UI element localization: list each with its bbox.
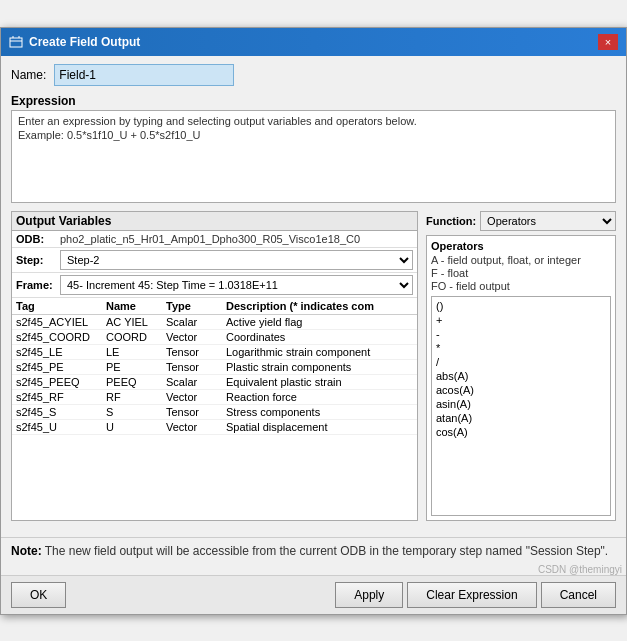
name-input[interactable]: [54, 64, 234, 86]
button-row: OK Apply Clear Expression Cancel: [1, 575, 626, 614]
cell-type: Tensor: [166, 361, 226, 373]
operator-description: A - field output, float, or integer: [431, 254, 611, 266]
close-button[interactable]: ×: [598, 34, 618, 50]
output-variables-panel: Output Variables ODB: pho2_platic_n5_Hr0…: [11, 211, 418, 521]
table-row[interactable]: s2f45_ACYIEL AC YIEL Scalar Active yield…: [12, 315, 417, 330]
frame-row: Frame: 45- Increment 45: Step Time = 1.0…: [12, 273, 417, 298]
cell-tag: s2f45_LE: [16, 346, 106, 358]
operator-item[interactable]: /: [434, 355, 608, 369]
apply-button[interactable]: Apply: [335, 582, 403, 608]
expression-section: Expression Enter an expression by typing…: [11, 94, 616, 203]
step-select[interactable]: Step-2: [60, 250, 413, 270]
table-row[interactable]: s2f45_RF RF Vector Reaction force: [12, 390, 417, 405]
output-variables-label: Output Variables: [12, 212, 417, 231]
variable-table[interactable]: s2f45_ACYIEL AC YIEL Scalar Active yield…: [12, 315, 417, 475]
cell-desc: Stress components: [226, 406, 413, 418]
operator-item[interactable]: abs(A): [434, 369, 608, 383]
operators-list[interactable]: ()+-*/abs(A)acos(A)asin(A)atan(A)cos(A): [431, 296, 611, 516]
cell-tag: s2f45_U: [16, 421, 106, 433]
operator-description: F - float: [431, 267, 611, 279]
cancel-button[interactable]: Cancel: [541, 582, 616, 608]
odb-value: pho2_platic_n5_Hr01_Amp01_Dpho300_R05_Vi…: [60, 233, 413, 245]
cell-desc: Plastic strain components: [226, 361, 413, 373]
cell-tag: s2f45_S: [16, 406, 106, 418]
note-section: Note: The new field output will be acces…: [1, 537, 626, 564]
step-row: Step: Step-2: [12, 248, 417, 273]
cell-desc: Equivalent plastic strain: [226, 376, 413, 388]
step-label: Step:: [16, 254, 56, 266]
operator-item[interactable]: (): [434, 299, 608, 313]
note-text: The new field output will be accessible …: [45, 544, 608, 558]
operator-item[interactable]: asin(A): [434, 397, 608, 411]
expression-input[interactable]: [18, 145, 609, 195]
cell-type: Scalar: [166, 316, 226, 328]
cell-name: AC YIEL: [106, 316, 166, 328]
create-field-output-dialog: Create Field Output × Name: Expression E…: [0, 27, 627, 615]
watermark: CSDN @themingyi: [1, 564, 626, 575]
cell-tag: s2f45_PE: [16, 361, 106, 373]
dialog-icon: [9, 35, 23, 49]
col-type: Type: [166, 300, 226, 312]
cell-name: U: [106, 421, 166, 433]
right-buttons: Apply Clear Expression Cancel: [335, 582, 616, 608]
title-bar: Create Field Output ×: [1, 28, 626, 56]
cell-desc: Active yield flag: [226, 316, 413, 328]
frame-label: Frame:: [16, 279, 56, 291]
expr-example: Example: 0.5*s1f10_U + 0.5*s2f10_U: [18, 129, 609, 141]
cell-type: Tensor: [166, 406, 226, 418]
cell-type: Tensor: [166, 346, 226, 358]
operator-item[interactable]: acos(A): [434, 383, 608, 397]
col-name: Name: [106, 300, 166, 312]
function-select[interactable]: OperatorsMathInvariants: [480, 211, 616, 231]
frame-select[interactable]: 45- Increment 45: Step Time = 1.0318E+11: [60, 275, 413, 295]
cell-type: Vector: [166, 391, 226, 403]
cell-desc: Reaction force: [226, 391, 413, 403]
cell-name: COORD: [106, 331, 166, 343]
operator-item[interactable]: -: [434, 327, 608, 341]
operator-item[interactable]: cos(A): [434, 425, 608, 439]
cell-tag: s2f45_PEEQ: [16, 376, 106, 388]
cell-name: RF: [106, 391, 166, 403]
cell-name: LE: [106, 346, 166, 358]
cell-name: PEEQ: [106, 376, 166, 388]
operator-item[interactable]: +: [434, 313, 608, 327]
function-label: Function:: [426, 215, 476, 227]
cell-desc: Coordinates: [226, 331, 413, 343]
left-buttons: OK: [11, 582, 66, 608]
cell-name: S: [106, 406, 166, 418]
table-header: Tag Name Type Description (* indicates c…: [12, 298, 417, 315]
function-row: Function: OperatorsMathInvariants: [426, 211, 616, 231]
cell-tag: s2f45_RF: [16, 391, 106, 403]
svg-rect-0: [10, 38, 22, 47]
operators-title: Operators: [431, 240, 611, 252]
main-content: Output Variables ODB: pho2_platic_n5_Hr0…: [11, 211, 616, 521]
cell-name: PE: [106, 361, 166, 373]
operators-box: Operators A - field output, float, or in…: [426, 235, 616, 521]
right-panel: Function: OperatorsMathInvariants Operat…: [426, 211, 616, 521]
name-row: Name:: [11, 64, 616, 86]
col-tag: Tag: [16, 300, 106, 312]
expression-label: Expression: [11, 94, 616, 108]
table-row[interactable]: s2f45_LE LE Tensor Logarithmic strain co…: [12, 345, 417, 360]
ok-button[interactable]: OK: [11, 582, 66, 608]
odb-row: ODB: pho2_platic_n5_Hr01_Amp01_Dpho300_R…: [12, 231, 417, 248]
operator-item[interactable]: *: [434, 341, 608, 355]
table-row[interactable]: s2f45_U U Vector Spatial displacement: [12, 420, 417, 435]
table-row[interactable]: s2f45_COORD COORD Vector Coordinates: [12, 330, 417, 345]
cell-type: Scalar: [166, 376, 226, 388]
cell-tag: s2f45_COORD: [16, 331, 106, 343]
dialog-title: Create Field Output: [29, 35, 140, 49]
operator-description: FO - field output: [431, 280, 611, 292]
cell-desc: Spatial displacement: [226, 421, 413, 433]
cell-type: Vector: [166, 331, 226, 343]
expr-description: Enter an expression by typing and select…: [18, 115, 609, 127]
cell-desc: Logarithmic strain component: [226, 346, 413, 358]
table-row[interactable]: s2f45_PEEQ PEEQ Scalar Equivalent plasti…: [12, 375, 417, 390]
cell-type: Vector: [166, 421, 226, 433]
table-row[interactable]: s2f45_PE PE Tensor Plastic strain compon…: [12, 360, 417, 375]
operator-item[interactable]: atan(A): [434, 411, 608, 425]
odb-label: ODB:: [16, 233, 56, 245]
table-row[interactable]: s2f45_S S Tensor Stress components: [12, 405, 417, 420]
operators-descriptions: A - field output, float, or integerF - f…: [431, 254, 611, 292]
clear-expression-button[interactable]: Clear Expression: [407, 582, 536, 608]
